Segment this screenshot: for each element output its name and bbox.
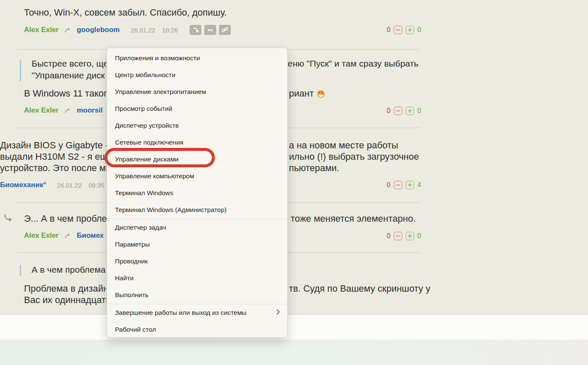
winx-item-shutdown-signout[interactable]: Завершение работы или выход из системы <box>107 304 287 321</box>
reply-thread-arrow-icon <box>3 214 13 223</box>
post-text-fragment: риант <box>289 88 314 99</box>
recipient-link[interactable]: Биомех <box>77 231 104 240</box>
winx-item-windows-terminal[interactable]: Терминал Windows <box>107 185 287 201</box>
upvote-button[interactable] <box>406 26 414 34</box>
quote-text: "Управление диск <box>32 70 105 81</box>
open-windows-bar: W ТЗ выставка (1). Энергопроект РА....pd… <box>0 314 588 340</box>
winx-item-task-manager[interactable]: Диспетчер задач <box>107 219 287 236</box>
downvote-button[interactable] <box>394 26 402 34</box>
menu-item-label: Просмотр событий <box>115 105 172 113</box>
quote-text: А в чем проблема <box>32 265 106 275</box>
winx-context-menu: Приложения и возможности Центр мобильнос… <box>107 48 288 338</box>
post-text: Точно, Win-X, совсем забыл. Спасибо, доп… <box>24 7 227 18</box>
reply-to-arrow-icon <box>64 233 71 239</box>
upvote-count: 0 <box>417 232 421 240</box>
post-text: а на новом месте работы <box>289 140 398 151</box>
menu-item-label: Приложения и возможности <box>115 54 200 62</box>
winx-item-desktop[interactable]: Рабочий стол <box>107 321 287 338</box>
author-link[interactable]: Alex Exler <box>24 106 59 115</box>
post-meta: Биомеханик° 26.01.22 09:35 <box>0 181 104 189</box>
downvote-button[interactable] <box>394 232 402 240</box>
menu-item-label: Сетевые подключения <box>115 139 183 146</box>
winx-item-computer-management[interactable]: Управление компьютером <box>107 168 287 185</box>
menu-item-label: Управление электропитанием <box>115 88 206 96</box>
upvote-button[interactable] <box>406 181 414 189</box>
winx-item-search[interactable]: Найти <box>107 270 287 287</box>
winx-item-settings[interactable]: Параметры <box>107 236 287 253</box>
post-meta: Alex Exler moorsil <box>24 106 103 115</box>
post-date: 26.01.22 <box>57 182 82 189</box>
post-text: ильно (!) выбрать загрузочное <box>289 151 419 162</box>
disk-management-highlight-annotation <box>104 148 215 167</box>
post-time: 09:35 <box>88 182 104 189</box>
vote-controls: 0 0 <box>387 232 421 240</box>
link-button[interactable] <box>219 25 231 35</box>
menu-item-label: Завершение работы или выход из системы <box>115 309 246 317</box>
post-meta: Alex Exler googleboom 26.01.22 10:26 «» <box>24 25 231 35</box>
menu-item-label: Найти <box>115 274 134 282</box>
author-link[interactable]: Alex Exler <box>24 231 59 240</box>
menu-item-label: Проводник <box>115 258 148 265</box>
vote-controls: 0 4 <box>387 181 421 189</box>
downvote-count: 0 <box>387 107 390 115</box>
menu-item-label: Параметры <box>115 241 150 248</box>
winx-item-power-options[interactable]: Управление электропитанием <box>107 83 287 100</box>
winx-item-mobility-center[interactable]: Центр мобильности <box>107 67 287 83</box>
upvote-count: 4 <box>417 181 421 189</box>
upvote-count: 0 <box>417 26 421 34</box>
reply-to-arrow-icon <box>64 108 71 113</box>
post-text: устройство. Это после мин <box>0 163 116 174</box>
post-text: Вас их одиннадцать <box>24 295 111 306</box>
recipient-link[interactable]: googleboom <box>77 26 120 34</box>
recipient-link[interactable]: moorsil <box>77 106 102 115</box>
upvote-count: 0 <box>417 107 421 115</box>
post-meta: Alex Exler Биомех <box>24 231 104 240</box>
reply-to-arrow-icon <box>64 27 71 33</box>
post-text: тоже меняется элементарно. <box>291 213 416 224</box>
winx-item-event-viewer[interactable]: Просмотр событий <box>107 100 287 117</box>
post-time: 10:26 <box>162 27 178 34</box>
post-text: Проблема в дизайн <box>24 283 108 294</box>
downvote-count: 0 <box>387 181 390 189</box>
quote-border <box>20 265 21 276</box>
post-text: риант <box>289 88 325 99</box>
menu-item-label: Диспетчер устройств <box>115 122 179 129</box>
downvote-button[interactable] <box>394 107 402 115</box>
winx-item-apps-and-features[interactable]: Приложения и возможности <box>107 50 287 67</box>
winx-item-run[interactable]: Выполнить <box>107 287 287 303</box>
vote-controls: 0 0 <box>387 26 421 34</box>
downvote-count: 0 <box>387 26 390 34</box>
post-text: В Windows 11 таког <box>24 88 107 99</box>
menu-item-label: Выполнить <box>115 291 149 299</box>
quote-text: еню "Пуск" и там сразу выбрать <box>288 59 419 69</box>
winx-item-file-explorer[interactable]: Проводник <box>107 253 287 270</box>
winx-item-windows-terminal-admin[interactable]: Терминал Windows (Администратор) <box>107 201 287 218</box>
author-link[interactable]: Биомеханик° <box>0 181 46 189</box>
post-date: 26.01.22 <box>131 27 155 34</box>
post-text: тв. Судя по Вашему скриншоту у <box>289 283 430 294</box>
post-action-buttons: «» <box>190 25 231 35</box>
upvote-button[interactable] <box>406 107 414 115</box>
forum-page-with-winx-menu: Точно, Win-X, совсем забыл. Спасибо, доп… <box>0 0 588 365</box>
menu-item-label: Центр мобильности <box>115 71 175 79</box>
quote-border <box>20 59 21 81</box>
vote-controls: 0 0 <box>387 107 421 115</box>
post-text: Дизайн BIOS у Gigabyte - э <box>0 140 116 151</box>
quote-text: Быстрее всего, ще <box>32 59 108 69</box>
reply-button[interactable] <box>190 25 201 35</box>
quote-button[interactable]: «» <box>204 25 216 35</box>
menu-item-label: Управление компьютером <box>115 172 194 180</box>
menu-item-label: Диспетчер задач <box>115 224 166 231</box>
downvote-button[interactable] <box>394 181 402 189</box>
author-link[interactable]: Alex Exler <box>24 26 59 34</box>
post-text: выдали H310M S2 - я ещё <box>0 151 113 162</box>
downvote-count: 0 <box>387 232 390 240</box>
windows-taskbar: W P 7z X <box>0 340 588 365</box>
post-text: пьютерами. <box>289 163 339 174</box>
winx-item-device-manager[interactable]: Диспетчер устройств <box>107 117 287 134</box>
post-text: Э... А в чем проблем <box>24 213 113 224</box>
menu-item-label: Рабочий стол <box>115 326 156 333</box>
submenu-chevron-icon <box>276 309 280 317</box>
menu-item-label: Терминал Windows (Администратор) <box>115 206 227 214</box>
upvote-button[interactable] <box>406 232 414 240</box>
